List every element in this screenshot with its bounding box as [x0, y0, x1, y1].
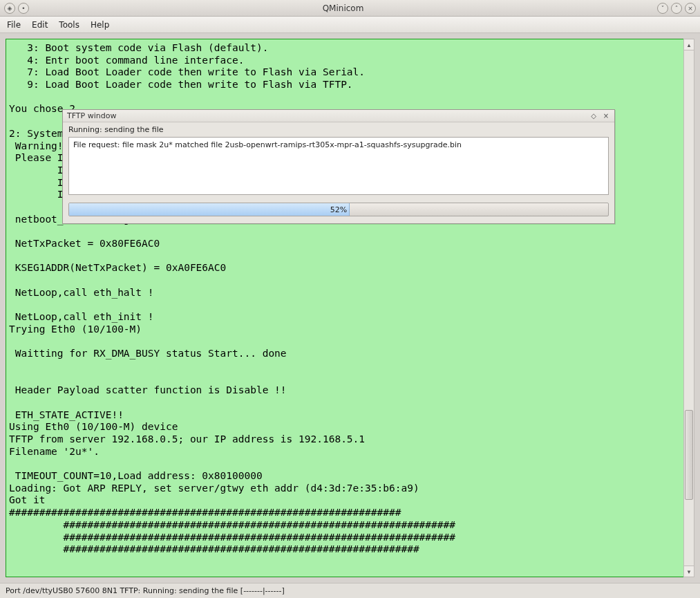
dialog-titlebar[interactable]: TFTP window ◇ ×	[63, 110, 614, 122]
progress-bar: 52%	[68, 203, 609, 216]
terminal-area: 3: Boot system code via Flash (default).…	[0, 33, 700, 583]
menu-edit[interactable]: Edit	[32, 20, 48, 30]
dialog-log[interactable]	[68, 137, 609, 195]
menu-tools[interactable]: Tools	[59, 20, 79, 30]
window-pin-icon[interactable]: •	[18, 3, 29, 14]
scroll-up-icon[interactable]: ▴	[684, 39, 694, 50]
menubar: File Edit Tools Help	[0, 17, 700, 33]
menu-file[interactable]: File	[7, 20, 21, 30]
maximize-button[interactable]: ˄	[671, 3, 682, 14]
scroll-down-icon[interactable]: ▾	[684, 566, 694, 577]
window-menu-icon[interactable]: ◈	[4, 3, 15, 14]
dialog-title: TFTP window	[67, 111, 116, 120]
statusbar: Port /dev/ttyUSB0 57600 8N1 TFTP: Runnin…	[0, 583, 700, 598]
terminal-scrollbar[interactable]: ▴ ▾	[683, 39, 694, 577]
tftp-dialog: TFTP window ◇ × Running: sending the fil…	[62, 109, 615, 224]
window-titlebar: ◈ • QMinicom ˅ ˄ ×	[0, 0, 700, 17]
menu-help[interactable]: Help	[91, 20, 109, 30]
scroll-track[interactable]	[684, 50, 694, 566]
progress-label: 52%	[69, 203, 608, 216]
status-text: Port /dev/ttyUSB0 57600 8N1 TFTP: Runnin…	[6, 586, 285, 595]
dialog-close-icon[interactable]: ×	[602, 112, 610, 120]
scroll-thumb[interactable]	[685, 410, 693, 500]
minimize-button[interactable]: ˅	[657, 3, 668, 14]
dialog-status: Running: sending the file	[68, 125, 609, 134]
dialog-shade-icon[interactable]: ◇	[589, 112, 598, 120]
close-button[interactable]: ×	[685, 3, 696, 14]
window-title: QMinicom	[29, 3, 657, 13]
